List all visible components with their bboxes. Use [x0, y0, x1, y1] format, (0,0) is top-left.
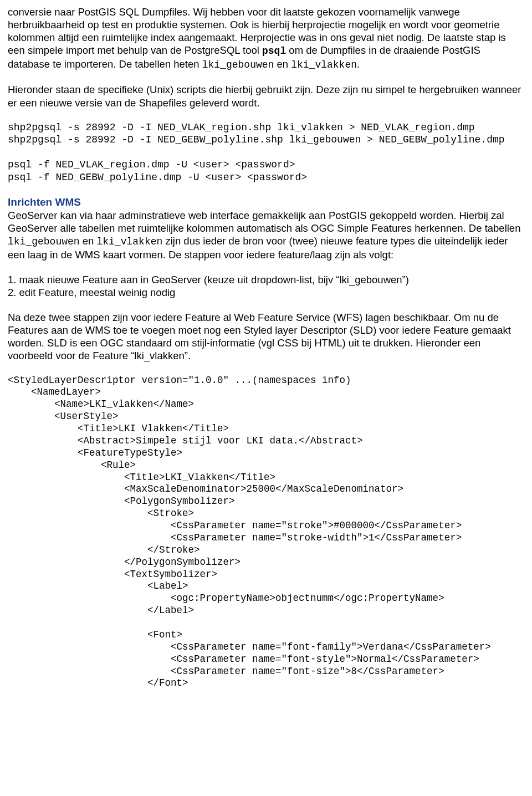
- ordered-steps: 1. maak nieuwe Feature aan in GeoServer …: [8, 273, 524, 299]
- code-inline-table1: lki_gebouwen: [202, 59, 274, 70]
- paragraph-wms: Inrichten WMS GeoServer kan via haar adm…: [8, 196, 524, 261]
- code-inline-psql: psql: [262, 45, 286, 57]
- heading-inrichten-wms: Inrichten WMS: [8, 196, 81, 208]
- step-1: 1. maak nieuwe Feature aan in GeoServer …: [8, 273, 524, 286]
- code-inline-table2: lki_vlakken: [291, 59, 357, 70]
- text: en: [274, 58, 291, 70]
- paragraph-scripts-intro: Hieronder staan de specifieke (Unix) scr…: [8, 83, 524, 109]
- text: .: [357, 58, 360, 70]
- code-block-shp2pgsql: shp2pgsql -s 28992 -D -I NED_VLAK_region…: [8, 121, 524, 184]
- code-inline-table2b: lki_vlakken: [96, 236, 162, 247]
- text: GeoServer kan via haar adminstratieve we…: [8, 210, 520, 234]
- step-2: 2. edit Feature, meestal weinig nodig: [8, 286, 524, 299]
- text: en: [80, 235, 97, 247]
- paragraph-intro: conversie naar PostGIS SQL Dumpfiles. Wi…: [8, 6, 524, 71]
- paragraph-sld-intro: Na deze twee stappen zijn voor iedere Fe…: [8, 311, 524, 363]
- code-inline-table1b: lki_gebouwen: [8, 236, 80, 247]
- code-block-sld-xml: <StyledLayerDescriptor version="1.0.0" .…: [8, 375, 524, 690]
